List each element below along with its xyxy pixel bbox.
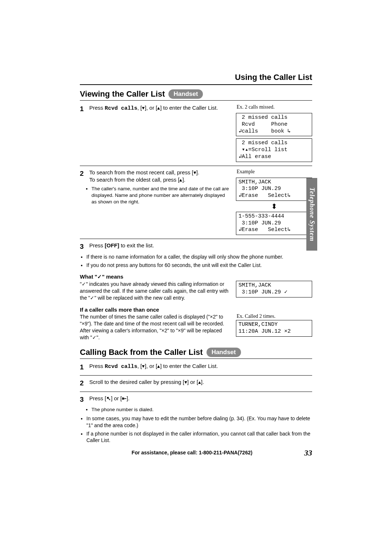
text: ].	[127, 395, 130, 401]
step-text: Press [OFF] to exit the list.	[89, 242, 154, 251]
text: to exit the list.	[119, 242, 154, 248]
lcd-screen: SMITH,JACK 3:10P JUN.29 ✓	[236, 281, 312, 297]
step-text: Press Rcvd calls, [▾], or [▴] to enter t…	[89, 362, 218, 372]
rule	[80, 358, 312, 359]
side-tab: Telephone System	[306, 178, 317, 251]
text: , [▾], or [▴] to enter the Caller List.	[138, 363, 218, 369]
subsection-body: "✓" indicates you have already viewed th…	[80, 281, 312, 301]
step-text: Press Rcvd calls, [▾], or [▴] to enter t…	[89, 104, 218, 114]
subsection-head: What "✓" means	[80, 274, 312, 280]
step-number: 2	[80, 378, 87, 388]
list-item: If a phone number is not displayed in th…	[86, 430, 312, 444]
rule	[80, 166, 312, 166]
rule	[80, 239, 312, 239]
text: To search from the most recent call, pre…	[89, 169, 199, 175]
rule	[80, 84, 312, 85]
lcd-caption: Ex. 2 calls missed.	[237, 104, 275, 110]
step-3: 3 Press [↖] or [⇤]. The phone number is …	[80, 395, 312, 413]
step-number: 1	[80, 104, 87, 114]
lcd-screen: 2 missed calls Rcvd Phone ↲calls book ↳	[236, 113, 312, 136]
page-number: 33	[304, 448, 312, 458]
page-content: Using the Caller List Viewing the Caller…	[80, 73, 312, 455]
lcd-screen: SMITH,JACK 3:10P JUN.29 ↲Erase Select↳	[236, 178, 312, 201]
lcd-screen: 2 missed calls ▾▴=Scroll list ↲All erase	[236, 138, 312, 162]
text: ] or [	[111, 395, 122, 401]
key-off: [OFF]	[105, 242, 119, 248]
step-number: 1	[80, 362, 87, 372]
step-number: 3	[80, 395, 87, 404]
rule	[80, 392, 312, 392]
step-number: 3	[80, 242, 87, 251]
key-rcvd-calls: Rcvd calls	[105, 105, 138, 112]
rule	[80, 375, 312, 376]
bullet-list: In some cases, you may have to edit the …	[80, 415, 312, 444]
list-item: If there is no name information for a ca…	[86, 254, 312, 260]
section-heading-row: Calling Back from the Caller List Handse…	[80, 348, 312, 357]
lcd-caption: Example	[237, 169, 255, 175]
step-number: 2	[80, 169, 87, 184]
text: Press	[89, 363, 105, 369]
lcd-screen: TURNER,CINDY 11:20A JUN.12 ×2	[236, 320, 312, 337]
handset-badge: Handset	[168, 89, 203, 99]
footer: For assistance, please call: 1-800-211-P…	[80, 450, 312, 455]
step-2: 2 Scroll to the desired caller by pressi…	[80, 378, 312, 388]
text: The number of times the same caller call…	[80, 313, 230, 341]
section-title: Viewing the Caller List	[80, 89, 165, 99]
text: Press	[89, 242, 105, 248]
lcd-screen: 1-555-333-4444 3:10P JUN.29 ↲Erase Selec…	[236, 212, 312, 235]
page-title: Using the Caller List	[80, 73, 312, 82]
speaker-icon: ⇤	[122, 395, 127, 401]
lcd-caption: Ex. Called 2 times.	[237, 313, 312, 319]
footer-text: For assistance, please call: 1-800-211-P…	[132, 450, 253, 455]
section-title: Calling Back from the Caller List	[80, 348, 203, 357]
text: , [▾], or [▴] to enter the Caller List.	[138, 105, 218, 111]
rule	[80, 100, 312, 101]
bullet-list: If there is no name information for a ca…	[80, 254, 312, 269]
step-text: Scroll to the desired caller by pressing…	[89, 378, 204, 388]
text: Press [	[89, 395, 106, 401]
list-item: If you do not press any buttons for 60 s…	[86, 262, 312, 269]
subsection-head: If a caller calls more than once	[80, 307, 312, 313]
text: "✓" indicates you have already viewed th…	[80, 281, 230, 301]
updown-arrow-icon: ⬍	[236, 203, 312, 210]
bullet-list: The caller's name, number and the time a…	[80, 186, 230, 206]
step-3: 3 Press [OFF] to exit the list.	[80, 242, 312, 251]
step-1: 1 Press Rcvd calls, [▾], or [▴] to enter…	[80, 104, 312, 162]
bullet-list: The phone number is dialed.	[80, 406, 312, 413]
list-item: The phone number is dialed.	[91, 406, 312, 413]
list-item: In some cases, you may have to edit the …	[86, 415, 312, 429]
text: To search from the oldest call, press [▴…	[89, 177, 185, 183]
step-1: 1 Press Rcvd calls, [▾], or [▴] to enter…	[80, 362, 312, 372]
section-heading-row: Viewing the Caller List Handset	[80, 89, 312, 99]
handset-badge: Handset	[207, 348, 241, 357]
step-text: Press [↖] or [⇤].	[89, 395, 130, 404]
step-2: 2 To search from the most recent call, p…	[80, 169, 312, 235]
key-rcvd-calls: Rcvd calls	[105, 364, 138, 370]
text: Press	[89, 105, 105, 111]
list-item: The caller's name, number and the time a…	[91, 186, 230, 206]
step-text: To search from the most recent call, pre…	[89, 169, 199, 184]
subsection-body: The number of times the same caller call…	[80, 313, 312, 341]
talk-icon: ↖	[106, 395, 111, 401]
